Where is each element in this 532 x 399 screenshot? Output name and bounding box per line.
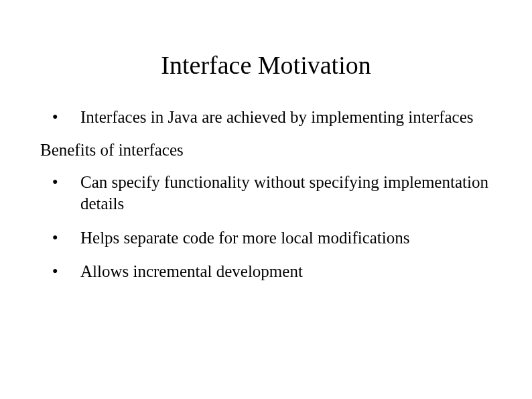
benefits-bullet-list: Can specify functionality without specif… xyxy=(52,172,492,283)
list-item: Can specify functionality without specif… xyxy=(52,172,492,215)
list-item: Interfaces in Java are achieved by imple… xyxy=(52,107,492,129)
list-item: Helps separate code for more local modif… xyxy=(52,227,492,249)
list-item: Allows incremental development xyxy=(52,261,492,283)
slide-title: Interface Motivation xyxy=(40,50,492,80)
benefits-subheading: Benefits of interfaces xyxy=(40,141,492,160)
top-bullet-list: Interfaces in Java are achieved by imple… xyxy=(52,107,492,129)
slide-content: Interfaces in Java are achieved by imple… xyxy=(40,107,492,283)
